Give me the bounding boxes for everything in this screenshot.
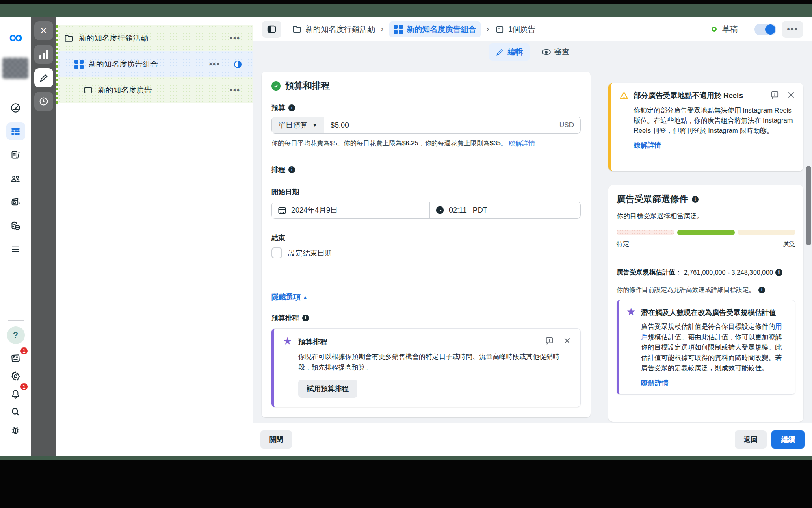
start-date-value: 2024年4月9日 (291, 205, 338, 215)
targeting-condition-note: 你的條件目前設定為允許高效速成詳細目標設定。 (617, 286, 755, 294)
settings-gear-icon[interactable] (6, 367, 25, 385)
performance-chart-button[interactable] (34, 45, 53, 64)
start-time-value: 02:11 (449, 206, 467, 215)
account-avatar[interactable] (2, 58, 28, 79)
budget-amount-input[interactable]: $5.00 (324, 117, 553, 133)
audience-subtitle: 你的目標受眾選擇相當廣泛。 (617, 212, 795, 221)
pencil-icon (39, 73, 49, 83)
budget-schedule-card: 預算和排程 預算i 單日預算 ▼ $5.00 USD 你的每日平均花費為$5。你… (262, 72, 591, 417)
tree-row-adset[interactable]: 新的知名度廣告組合 ••• (58, 51, 253, 77)
ad-frame-icon (495, 25, 505, 34)
meter-segment-current (677, 230, 735, 235)
tree-row-campaign[interactable]: 新的知名度行銷活動 ••• (58, 25, 253, 51)
meter-segment-specific (617, 230, 674, 235)
budget-type-dropdown[interactable]: 單日預算 ▼ (272, 117, 324, 133)
footer-action-bar: 關閉 返回 繼續 (253, 423, 812, 456)
folder-icon (64, 33, 74, 43)
promo-body: 你現在可以根據你預期會有更多銷售機會的特定日子或時間、流量高峰時段或其他促銷時段… (298, 352, 566, 372)
ads-manager-window: ∞ (0, 17, 812, 456)
dismiss-x-icon[interactable] (563, 336, 572, 345)
breadcrumb-adset[interactable]: 新的知名度廣告組合 (389, 21, 481, 37)
feedback-flag-icon[interactable] (545, 336, 554, 345)
warning-learn-more-link[interactable]: 瞭解詳情 (634, 141, 661, 149)
breadcrumb: 新的知名度行銷活動 › 新的知名度廣告組合 › 1個廣告 (292, 21, 535, 37)
tab-edit[interactable]: 編輯 (489, 43, 530, 61)
tab-review[interactable]: 審查 (535, 43, 576, 61)
sidebar-toggle-icon (267, 24, 277, 34)
pages-icon[interactable] (6, 146, 25, 164)
adset-progress-icon (234, 61, 242, 68)
notifications-bell-icon[interactable]: 1 (6, 385, 25, 403)
feedback-flag-icon[interactable] (770, 90, 780, 100)
close-button[interactable]: 關閉 (260, 430, 292, 449)
vertical-scrollbar[interactable] (806, 166, 811, 245)
search-icon[interactable] (6, 403, 25, 421)
breadcrumb-bar: 新的知名度行銷活動 › 新的知名度廣告組合 › 1個廣告 (253, 17, 812, 41)
set-end-date-label: 設定結束日期 (288, 248, 332, 258)
audience-estimate-info-card: ★ 潛在觸及人數現在改為廣告受眾規模估計值 廣告受眾規模估計值是符合你目標設定條… (617, 300, 795, 395)
breadcrumb-ad[interactable]: 1個廣告 (495, 24, 536, 35)
draft-dashed-indicator (56, 25, 58, 104)
help-question-mark: ? (13, 330, 18, 341)
budget-learn-more-link[interactable]: 瞭解詳情 (509, 140, 535, 147)
info-icon[interactable]: i (758, 287, 765, 293)
continue-button[interactable]: 繼續 (771, 430, 805, 449)
hide-options-link[interactable]: 隱藏選項 (271, 292, 301, 302)
reach-card-body: 廣告受眾規模估計值是符合你目標設定條件的用戶規模估計值。藉由此估計值，你可以更加… (641, 321, 788, 373)
try-budget-scheduling-button[interactable]: 試用預算排程 (298, 380, 357, 398)
campaigns-table-icon[interactable] (6, 122, 25, 140)
reels-warning-card: 部分廣告受眾地點不適用於 Reels 你鎖定的部分廣告受眾地點無法使用 Inst… (608, 83, 803, 171)
estimate-value: 2,761,000,000 - 3,248,300,000 (684, 269, 773, 276)
meter-label-broad: 廣泛 (783, 240, 795, 248)
meta-logo[interactable]: ∞ (0, 29, 31, 45)
section-divider (271, 282, 581, 282)
ellipsis-icon: ••• (787, 27, 798, 31)
billing-coins-icon[interactable] (6, 217, 25, 234)
adset-more-menu[interactable]: ••• (209, 62, 220, 66)
clock-icon (39, 96, 49, 106)
chevron-right-icon: › (379, 24, 385, 35)
info-icon[interactable]: i (302, 315, 309, 321)
info-icon[interactable]: i (288, 166, 295, 173)
dismiss-x-icon[interactable] (787, 91, 795, 99)
back-button[interactable]: 返回 (735, 430, 767, 449)
estimate-label: 廣告受眾規模估計值： (617, 268, 682, 277)
warning-triangle-icon (619, 90, 634, 100)
info-icon[interactable]: i (288, 104, 295, 111)
history-clock-button[interactable] (34, 92, 53, 111)
start-time-input[interactable]: 02:11 PDT (430, 202, 580, 218)
updates-news-icon[interactable]: 1 (6, 349, 25, 367)
all-tools-menu-icon[interactable] (6, 240, 25, 258)
chevron-right-icon: › (485, 24, 491, 35)
eye-icon (542, 49, 551, 55)
notifications-badge: 1 (19, 382, 28, 391)
start-date-input[interactable]: 2024年4月9日 (272, 202, 430, 218)
ad-more-menu[interactable]: ••• (230, 88, 240, 92)
overview-gauge-icon[interactable] (6, 99, 25, 117)
set-end-date-checkbox[interactable] (271, 247, 282, 258)
header-divider (746, 23, 746, 35)
audiences-people-icon[interactable] (6, 169, 25, 187)
draft-status-dot (712, 27, 717, 32)
reach-learn-more-link[interactable]: 瞭解詳情 (641, 379, 669, 387)
help-button[interactable]: ? (7, 326, 25, 344)
edit-pencil-button[interactable] (34, 68, 53, 87)
close-editor-button[interactable]: ✕ (34, 21, 53, 40)
adset-active-toggle[interactable] (754, 24, 776, 35)
campaign-more-menu[interactable]: ••• (230, 36, 240, 40)
info-icon[interactable]: i (692, 196, 699, 203)
info-icon[interactable]: i (775, 269, 782, 276)
adset-grid-icon (394, 25, 403, 34)
screen: ∞ (0, 0, 812, 508)
breadcrumb-campaign[interactable]: 新的知名度行銷活動 (292, 24, 375, 35)
bug-report-icon[interactable] (6, 421, 25, 439)
header-more-menu[interactable]: ••• (782, 21, 803, 38)
tree-ad-label: 新的知名度廣告 (98, 85, 152, 96)
ad-frame-icon (83, 85, 93, 95)
ads-reporting-icon[interactable] (6, 193, 25, 211)
audience-title: 廣告受眾篩選條件 (617, 193, 688, 205)
tree-row-ad[interactable]: 新的知名度廣告 ••• (58, 77, 253, 103)
tree-adset-label: 新的知名度廣告組合 (89, 59, 158, 69)
collapse-sidebar-button[interactable] (262, 21, 281, 38)
breadcrumb-adset-label: 新的知名度廣告組合 (407, 24, 476, 35)
